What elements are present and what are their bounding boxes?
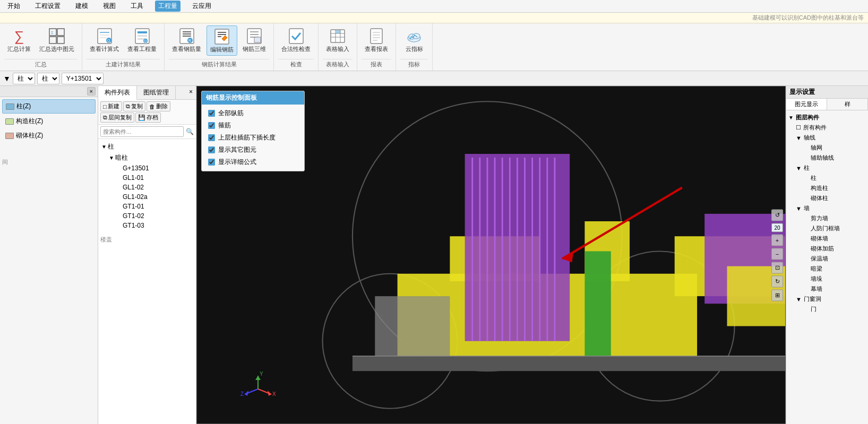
display-item-qiti[interactable]: 砌体柱 <box>803 193 866 203</box>
ribbon-group-civil-items: Q 查看计算式 Q 查看工程量 <box>87 25 160 58</box>
new-component-btn[interactable]: □ 新建 <box>100 101 122 111</box>
tree-node-gl102[interactable]: GL1-02 <box>115 183 194 192</box>
display-item-wall-children: 剪力墙 人防门框墙 砌体墙 砌体加筋 保温墙 暗梁 <box>788 213 866 294</box>
view-zoom-out-btn[interactable]: − <box>771 248 783 259</box>
view-rebar-qty-btn[interactable]: R 查看钢筋量 <box>169 25 204 55</box>
ribbon: ∑ 汇总计算 Σ 汇总选中图元 汇总 Q 查看计算式 Q <box>0 23 868 71</box>
menu-quantities[interactable]: 工程量 <box>155 1 181 12</box>
toolbar-select-type1[interactable]: 柱 <box>13 73 35 84</box>
summarize-calc-btn[interactable]: ∑ 汇总计算 <box>4 25 34 55</box>
toolbar-select-type2[interactable]: 柱 <box>37 73 59 84</box>
display-item-door-parent[interactable]: ▼ 门窗洞 <box>788 294 866 304</box>
component-panel-close[interactable]: × <box>186 86 196 99</box>
component-item-qtz[interactable]: 砌体柱(Z) <box>2 129 96 142</box>
display-item-door[interactable]: 门 <box>803 304 866 314</box>
table-input-btn[interactable]: 表格输入 <box>323 25 353 55</box>
display-item-axis-grid[interactable]: 轴网 <box>803 143 866 153</box>
component-item-gzz[interactable]: 构造柱(Z) <box>2 115 96 128</box>
checkbox-upper-insert[interactable]: 上层柱插筋下插长度 <box>208 133 298 142</box>
search-icon[interactable]: 🔍 <box>186 128 194 135</box>
svg-rect-2 <box>49 37 56 44</box>
checkbox-all-longitudinal[interactable]: 全部纵筋 <box>208 109 298 118</box>
canvas-3d-area[interactable]: 钢筋显示控制面板 全部纵筋 箍筋 上层柱插筋下插长度 显示其它图元 <box>196 86 786 424</box>
tree-node-anzhu[interactable]: ▼ 暗柱 <box>108 152 194 163</box>
menu-modeling[interactable]: 建模 <box>72 1 91 12</box>
display-section-layer-header[interactable]: ▼ 图层构件 <box>788 113 866 123</box>
display-item-axis-parent[interactable]: ▼ 轴线 <box>788 133 866 143</box>
menu-project-settings[interactable]: 工程设置 <box>32 1 64 12</box>
display-item-aux-axis[interactable]: 辅助轴线 <box>803 153 866 163</box>
display-item-door-label: 门窗洞 <box>804 295 821 303</box>
view-calc-formula-btn[interactable]: Q 查看计算式 <box>87 25 122 55</box>
rebar-3d-btn[interactable]: 钢筋三维 <box>239 25 269 55</box>
menu-view[interactable]: 视图 <box>100 1 119 12</box>
display-item-wall-label: 墙 <box>804 204 810 212</box>
display-item-all[interactable]: ☐ 所有构件 <box>788 123 866 133</box>
cross-floor-copy-btn[interactable]: ⧉ 层间复制 <box>100 113 134 123</box>
tree-children-zhu: ▼ 暗柱 G+13501 GL1-01 GL1-02 <box>100 152 194 230</box>
display-item-qitiqiang[interactable]: 砌体墙 <box>803 233 866 244</box>
component-search-input[interactable] <box>100 126 184 137</box>
checkbox-show-other-input[interactable] <box>208 146 215 153</box>
tree-node-gt102[interactable]: GT1-02 <box>115 211 194 221</box>
view-zoom-in-btn[interactable]: + <box>771 234 783 246</box>
display-item-qitijajin[interactable]: 砌体加筋 <box>803 244 866 254</box>
checkbox-upper-insert-input[interactable] <box>208 134 215 141</box>
view-report-btn[interactable]: 查看报表 <box>362 25 391 55</box>
component-item-z[interactable]: 柱(Z) <box>2 99 96 114</box>
tree-node-zhu[interactable]: ▼ 柱 <box>100 141 194 152</box>
save-archive-btn[interactable]: 💾 存档 <box>135 113 161 123</box>
tab-component-list[interactable]: 构件列表 <box>98 86 137 100</box>
display-item-anliang[interactable]: 暗梁 <box>803 264 866 274</box>
edit-rebar-btn[interactable]: 编辑钢筋 <box>207 25 237 56</box>
left-panel-toggle[interactable]: × <box>87 87 96 96</box>
toolbar-select-floor[interactable]: Y+13501 <box>62 73 104 84</box>
copy-component-btn[interactable]: ⧉ 复制 <box>123 101 145 111</box>
checkbox-all-longitudinal-input[interactable] <box>208 110 215 117</box>
display-item-gouzao[interactable]: 构造柱 <box>803 183 866 193</box>
tree-node-gt103[interactable]: GT1-03 <box>115 221 194 230</box>
view-calc-formula-label: 查看计算式 <box>90 46 119 53</box>
tree-node-gt101[interactable]: GT1-01 <box>115 202 194 211</box>
menu-cloud[interactable]: 云应用 <box>189 1 214 12</box>
checkbox-show-formula[interactable]: 显示详细公式 <box>208 158 298 167</box>
tree-label-gl102: GL1-02 <box>123 184 194 191</box>
component-gzz-icon <box>5 118 14 125</box>
menu-tools[interactable]: 工具 <box>127 1 147 12</box>
tree-node-gl101[interactable]: GL1-01 <box>115 173 194 183</box>
svg-rect-1 <box>57 29 64 36</box>
checkbox-stirrup-input[interactable] <box>208 122 215 129</box>
display-item-jianliqiang[interactable]: 剪力墙 <box>803 213 866 223</box>
collapse-door-icon: ▼ <box>796 296 802 302</box>
cloud-indicator-btn[interactable]: 云指标 <box>400 25 428 55</box>
menu-start[interactable]: 开始 <box>4 1 23 12</box>
checkbox-show-other[interactable]: 显示其它图元 <box>208 145 298 154</box>
tree-node-g13501[interactable]: G+13501 <box>115 163 194 173</box>
view-quantity-btn[interactable]: Q 查看工程量 <box>124 25 160 55</box>
svg-text:Z: Z <box>240 391 244 397</box>
tree-node-gl102a[interactable]: GL1-02a <box>115 192 194 202</box>
view-fit-btn[interactable]: ⊡ <box>771 262 783 273</box>
right-display-panel: 显示设置 图元显示 样 ▼ 图层构件 ☐ 所有构件 ▼ 轴线 <box>786 86 868 424</box>
summarize-selected-btn[interactable]: Σ 汇总选中图元 <box>36 25 78 55</box>
qitijajin-label: 砌体加筋 <box>811 245 834 253</box>
display-item-baowenqiang[interactable]: 保温墙 <box>803 254 866 264</box>
view-rotate-btn[interactable]: ↻ <box>771 275 783 287</box>
display-item-zhu[interactable]: 柱 <box>803 173 866 183</box>
validity-check-btn[interactable]: 合法性检查 <box>278 25 314 55</box>
ribbon-group-summarize-label: 汇总 <box>4 59 78 68</box>
renfang-label: 人防门框墙 <box>811 224 840 232</box>
right-tab-style[interactable]: 样 <box>827 99 868 110</box>
display-item-muqiang[interactable]: 幕墙 <box>803 284 866 294</box>
right-tab-element-display[interactable]: 图元显示 <box>786 99 827 110</box>
display-item-wall-parent[interactable]: ▼ 墙 <box>788 203 866 213</box>
display-item-column-parent[interactable]: ▼ 柱 <box>788 163 866 173</box>
tab-drawing-management[interactable]: 图纸管理 <box>137 86 176 99</box>
checkbox-show-formula-input[interactable] <box>208 159 215 166</box>
view-table-btn[interactable]: ⊞ <box>771 289 783 301</box>
delete-component-btn[interactable]: 🗑 删除 <box>147 101 170 111</box>
display-item-renfang[interactable]: 人防门框墙 <box>803 223 866 233</box>
display-item-qiangduo[interactable]: 墙垛 <box>803 274 866 284</box>
view-orbit-btn[interactable]: ↺ <box>771 209 783 221</box>
checkbox-stirrup[interactable]: 箍筋 <box>208 121 298 130</box>
